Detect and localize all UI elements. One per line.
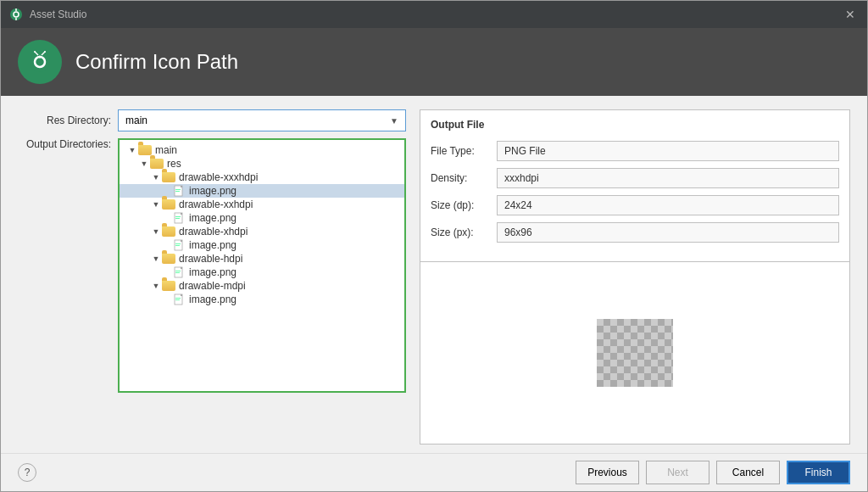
chevron-down-icon: ▼ bbox=[390, 116, 398, 126]
file-icon-image-xxhdpi bbox=[174, 212, 186, 224]
folder-icon-main bbox=[138, 145, 152, 155]
header-banner: Confirm Icon Path bbox=[1, 28, 867, 96]
tree-label-image-hdpi: image.png bbox=[189, 266, 236, 278]
close-button[interactable]: ✕ bbox=[842, 6, 859, 23]
footer-left: ? bbox=[18, 463, 36, 482]
toggle-drawable-xxhdpi[interactable]: ▼ bbox=[150, 198, 162, 210]
folder-icon-drawable-xhdpi bbox=[162, 226, 175, 237]
svg-rect-19 bbox=[175, 216, 181, 217]
file-icon-image-hdpi bbox=[174, 266, 186, 278]
tree-item-drawable-xxxhdpi[interactable]: ▼ drawable-xxxhdpi bbox=[120, 171, 404, 184]
size-dp-row: Size (dp): 24x24 bbox=[431, 195, 839, 215]
tree-item-image-mdpi[interactable]: image.png bbox=[120, 293, 404, 306]
file-icon-image-xxxhdpi bbox=[174, 185, 186, 197]
android-studio-icon bbox=[26, 48, 53, 75]
svg-rect-25 bbox=[175, 245, 180, 246]
app-icon bbox=[9, 8, 23, 21]
tree-label-drawable-xxxhdpi: drawable-xxxhdpi bbox=[179, 171, 258, 183]
output-directories-tree[interactable]: ▼ main ▼ res ▼ bbox=[118, 138, 406, 393]
output-file-section: Output File File Type: PNG File Density:… bbox=[420, 109, 850, 262]
spacer-2 bbox=[162, 212, 174, 224]
svg-rect-20 bbox=[175, 218, 180, 219]
folder-icon-res bbox=[150, 159, 164, 169]
tree-item-drawable-mdpi[interactable]: ▼ drawable-mdpi bbox=[120, 279, 404, 293]
file-type-value: PNG File bbox=[497, 141, 839, 161]
res-directory-row: Res Directory: main ▼ bbox=[18, 109, 406, 131]
footer: ? Previous Next Cancel Finish bbox=[1, 453, 867, 491]
cancel-button[interactable]: Cancel bbox=[716, 461, 780, 484]
window-title: Asset Studio bbox=[30, 8, 86, 20]
toggle-main[interactable]: ▼ bbox=[126, 144, 138, 156]
tree-label-image-xxxhdpi: image.png bbox=[189, 185, 236, 197]
left-panel: Res Directory: main ▼ Output Directories… bbox=[18, 109, 406, 444]
folder-icon-drawable-hdpi bbox=[162, 254, 175, 264]
svg-point-4 bbox=[30, 52, 50, 72]
tree-label-image-mdpi: image.png bbox=[189, 294, 236, 305]
main-content: Res Directory: main ▼ Output Directories… bbox=[1, 96, 867, 453]
file-icon-image-mdpi bbox=[174, 294, 186, 305]
size-px-value: 96x96 bbox=[497, 222, 839, 243]
toggle-drawable-hdpi[interactable]: ▼ bbox=[150, 253, 162, 265]
tree-item-drawable-xxhdpi[interactable]: ▼ drawable-xxhdpi bbox=[120, 198, 404, 211]
file-type-label: File Type: bbox=[431, 145, 490, 157]
tree-label-drawable-hdpi: drawable-hdpi bbox=[179, 253, 242, 265]
density-row: Density: xxxhdpi bbox=[431, 168, 839, 188]
tree-label-image-xxhdpi: image.png bbox=[189, 212, 236, 224]
svg-rect-24 bbox=[175, 243, 181, 244]
spacer-5 bbox=[162, 294, 174, 305]
tree-label-image-xhdpi: image.png bbox=[189, 239, 236, 251]
previous-button[interactable]: Previous bbox=[576, 461, 639, 484]
spacer-4 bbox=[162, 266, 174, 278]
help-button[interactable]: ? bbox=[18, 463, 36, 482]
output-directories-row: Output Directories: ▼ main ▼ res bbox=[18, 138, 406, 393]
file-type-row: File Type: PNG File bbox=[431, 141, 839, 161]
right-panel: Output File File Type: PNG File Density:… bbox=[420, 109, 850, 444]
tree-item-drawable-hdpi[interactable]: ▼ drawable-hdpi bbox=[120, 252, 404, 266]
toggle-drawable-xxxhdpi[interactable]: ▼ bbox=[150, 171, 162, 183]
res-directory-value: main bbox=[125, 115, 147, 126]
toggle-drawable-mdpi[interactable]: ▼ bbox=[150, 280, 162, 292]
footer-right: Previous Next Cancel Finish bbox=[576, 461, 850, 484]
svg-rect-29 bbox=[175, 271, 181, 271]
size-px-label: Size (px): bbox=[431, 226, 490, 238]
tree-label-drawable-xhdpi: drawable-xhdpi bbox=[179, 226, 248, 238]
folder-icon-drawable-xxhdpi bbox=[162, 199, 175, 210]
output-file-title: Output File bbox=[431, 119, 839, 131]
tree-label-res: res bbox=[167, 158, 181, 170]
size-dp-label: Size (dp): bbox=[431, 199, 490, 211]
svg-point-6 bbox=[39, 56, 42, 59]
svg-rect-34 bbox=[175, 298, 181, 299]
image-preview-section bbox=[420, 262, 850, 444]
file-icon-image-xhdpi bbox=[174, 239, 186, 251]
svg-rect-14 bbox=[175, 189, 181, 190]
page-title: Confirm Icon Path bbox=[75, 50, 238, 74]
tree-item-main[interactable]: ▼ main bbox=[120, 143, 404, 157]
form-area: Res Directory: main ▼ Output Directories… bbox=[18, 109, 850, 444]
res-directory-dropdown[interactable]: main ▼ bbox=[118, 109, 406, 131]
svg-rect-35 bbox=[175, 299, 180, 300]
size-px-row: Size (px): 96x96 bbox=[431, 222, 839, 243]
spacer-1 bbox=[162, 185, 174, 197]
size-dp-value: 24x24 bbox=[497, 195, 839, 215]
toggle-res[interactable]: ▼ bbox=[138, 158, 150, 170]
spacer-3 bbox=[162, 239, 174, 251]
title-bar-left: Asset Studio bbox=[9, 8, 86, 21]
toggle-drawable-xhdpi[interactable]: ▼ bbox=[150, 226, 162, 238]
res-directory-label: Res Directory: bbox=[18, 115, 111, 126]
finish-button[interactable]: Finish bbox=[787, 461, 850, 484]
title-bar: Asset Studio ✕ bbox=[1, 1, 867, 28]
image-preview-checkerboard bbox=[597, 319, 673, 387]
svg-rect-15 bbox=[175, 191, 180, 192]
svg-point-10 bbox=[44, 51, 46, 53]
tree-label-drawable-xxhdpi: drawable-xxhdpi bbox=[179, 198, 253, 210]
header-logo bbox=[18, 40, 62, 84]
output-directories-label: Output Directories: bbox=[18, 138, 111, 150]
tree-label-main: main bbox=[155, 144, 177, 156]
tree-label-drawable-mdpi: drawable-mdpi bbox=[179, 280, 246, 292]
density-label: Density: bbox=[431, 172, 490, 184]
tree-item-drawable-xhdpi[interactable]: ▼ drawable-xhdpi bbox=[120, 225, 404, 238]
next-button[interactable]: Next bbox=[646, 461, 709, 484]
folder-icon-drawable-xxxhdpi bbox=[162, 172, 175, 182]
folder-icon-drawable-mdpi bbox=[162, 281, 175, 291]
main-window: Asset Studio ✕ Confirm Icon Path bbox=[0, 0, 868, 492]
